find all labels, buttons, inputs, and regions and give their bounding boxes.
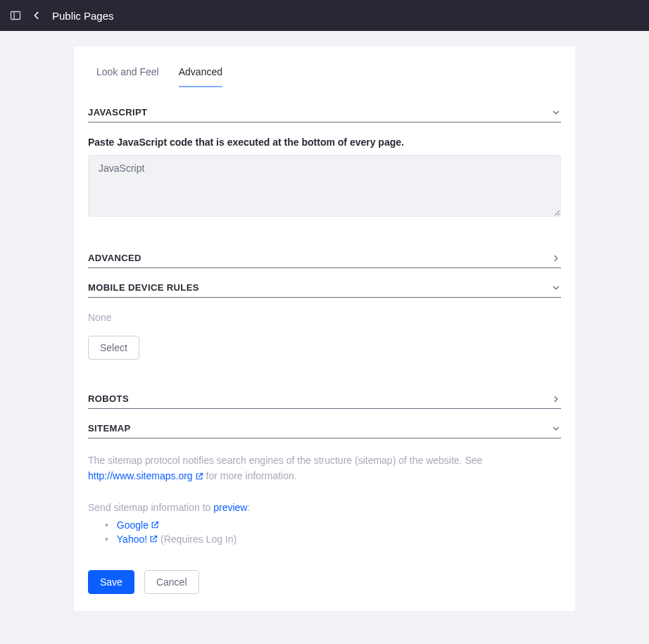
external-link-icon — [149, 535, 158, 543]
section-header-advanced[interactable]: ADVANCED — [88, 253, 561, 268]
google-link[interactable]: Google — [117, 519, 159, 531]
sitemaps-org-link-text: http://www.sitemaps.org — [88, 468, 193, 484]
select-button[interactable]: Select — [88, 336, 139, 360]
section-title-javascript: JAVASCRIPT — [88, 107, 147, 118]
tab-look-and-feel[interactable]: Look and Feel — [96, 66, 159, 87]
yahoo-note: (Requires Log In) — [160, 533, 237, 545]
section-header-robots[interactable]: ROBOTS — [88, 393, 561, 409]
google-link-text: Google — [117, 519, 149, 531]
section-title-robots: ROBOTS — [88, 393, 129, 404]
sitemap-desc-suffix: for more information. — [206, 470, 297, 481]
javascript-textarea[interactable] — [88, 155, 561, 217]
cancel-button[interactable]: Cancel — [144, 570, 199, 594]
tab-advanced[interactable]: Advanced — [179, 66, 222, 87]
chevron-down-icon — [551, 108, 561, 118]
mobile-none-text: None — [88, 312, 561, 323]
section-header-sitemap[interactable]: SITEMAP — [88, 423, 561, 438]
list-item: Yahoo! (Requires Log In) — [105, 533, 561, 545]
chevron-down-icon — [551, 424, 561, 434]
tabs: Look and Feel Advanced — [88, 66, 561, 87]
section-title-sitemap: SITEMAP — [88, 423, 131, 434]
external-link-icon — [151, 521, 159, 529]
form-actions: Save Cancel — [88, 570, 561, 594]
yahoo-link-text: Yahoo! — [117, 533, 147, 545]
sitemap-send-line: Send sitemap information to preview: — [88, 500, 561, 515]
panel-toggle-icon[interactable] — [10, 10, 21, 21]
list-item: Google — [105, 519, 561, 531]
section-header-mobile[interactable]: MOBILE DEVICE RULES — [88, 282, 561, 298]
yahoo-link[interactable]: Yahoo! — [117, 533, 158, 545]
save-button[interactable]: Save — [88, 570, 134, 594]
chevron-right-icon — [551, 253, 561, 263]
preview-link[interactable]: preview — [213, 502, 247, 513]
back-icon[interactable] — [31, 10, 42, 21]
main-panel: Look and Feel Advanced JAVASCRIPT Paste … — [74, 46, 575, 611]
chevron-down-icon — [551, 283, 561, 293]
external-link-icon — [195, 472, 203, 481]
sitemaps-org-link[interactable]: http://www.sitemaps.org — [88, 468, 203, 484]
section-title-mobile: MOBILE DEVICE RULES — [88, 282, 199, 293]
sitemap-send-suffix: : — [247, 502, 250, 513]
section-header-javascript[interactable]: JAVASCRIPT — [88, 107, 561, 122]
sitemap-description: The sitemap protocol notifies search eng… — [88, 453, 561, 484]
topbar: Public Pages — [0, 0, 649, 31]
sitemap-engine-list: Google Yahoo! — [105, 519, 561, 545]
javascript-field-label: Paste JavaScript code that is executed a… — [88, 137, 561, 148]
sitemap-desc-prefix: The sitemap protocol notifies search eng… — [88, 455, 482, 466]
chevron-right-icon — [551, 394, 561, 404]
svg-rect-0 — [11, 12, 20, 20]
section-title-advanced: ADVANCED — [88, 253, 141, 263]
sitemap-send-prefix: Send sitemap information to — [88, 502, 213, 513]
page-title: Public Pages — [52, 10, 114, 22]
